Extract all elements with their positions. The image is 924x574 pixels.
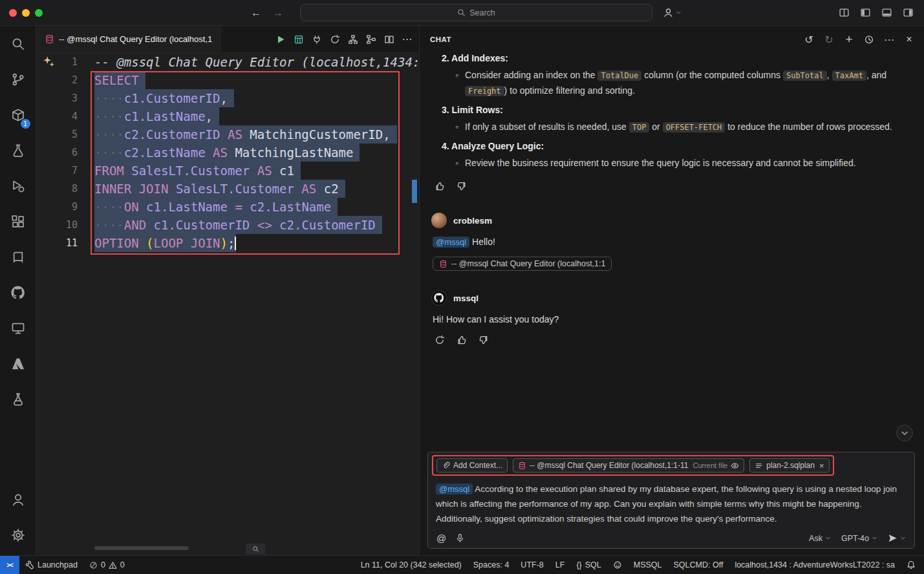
horizontal-scrollbar[interactable] <box>94 546 189 550</box>
code-line-3[interactable]: 3····c1.CustomerID, <box>36 89 419 107</box>
chat-input-right-controls: Ask GPT-4o <box>809 533 906 543</box>
zoom-window-button[interactable] <box>35 9 43 17</box>
mention-picker-icon[interactable]: @ <box>436 533 446 544</box>
scroll-to-bottom-button[interactable] <box>896 425 913 441</box>
code-line-1[interactable]: 1-- @mssql Chat Query Editor (localhost,… <box>36 53 419 71</box>
chat-list-heading: 4. Analyze Query Logic: <box>442 139 915 154</box>
toggle-primary-sidebar-icon[interactable] <box>860 7 871 18</box>
references-icon[interactable]: 1 <box>3 100 34 131</box>
close-panel-icon[interactable]: × <box>902 32 916 47</box>
testing-icon[interactable] <box>3 135 34 166</box>
database-projects-icon[interactable] <box>3 384 34 415</box>
eol-indicator[interactable]: LF <box>550 556 571 574</box>
cursor-position-indicator[interactable]: Ln 11, Col 20 (342 selected) <box>355 556 467 574</box>
new-chat-icon[interactable]: + <box>842 32 856 47</box>
results-button[interactable] <box>290 31 306 47</box>
notifications-bell-icon[interactable] <box>901 556 924 574</box>
sync-button[interactable] <box>327 31 343 47</box>
code-line-5[interactable]: 5····c2.CustomerID AS MatchingCustomerID… <box>36 125 419 144</box>
more-button[interactable]: ⋯ <box>399 31 415 47</box>
mention-chip[interactable]: @mssql <box>433 237 469 248</box>
editor-layout-icon[interactable] <box>839 7 850 18</box>
split-button[interactable] <box>381 31 397 47</box>
connection-status-item[interactable]: localhost,1434 : AdventureWorksLT2022 : … <box>729 556 901 574</box>
thumbs-down-icon[interactable] <box>477 333 491 347</box>
code-line-6[interactable]: 6····c2.LastName AS MatchingLastName <box>36 144 419 162</box>
thumbs-up-icon[interactable] <box>455 333 469 347</box>
remote-indicator[interactable]: >< <box>0 556 19 574</box>
minimize-window-button[interactable] <box>22 9 30 17</box>
user-message-header: croblesm <box>431 213 915 228</box>
zoom-indicator[interactable] <box>246 544 265 555</box>
eye-icon[interactable] <box>731 462 739 470</box>
language-mode-indicator[interactable]: {} SQL <box>570 556 607 574</box>
rerun-request-icon[interactable] <box>433 333 447 347</box>
navigate-back-button[interactable]: ← <box>251 7 261 19</box>
message-attachment-chip[interactable]: -- @mssql Chat Query Editor (localhost,1… <box>433 257 612 271</box>
chat-input-box[interactable]: Add Context... -- @mssql Chat Query Edit… <box>427 452 915 549</box>
toggle-secondary-sidebar-icon[interactable] <box>903 7 914 18</box>
search-icon[interactable] <box>3 28 34 59</box>
chat-history-icon[interactable] <box>862 32 876 47</box>
code-line-9[interactable]: 9····ON c1.LastName = c2.LastName <box>36 198 419 216</box>
close-window-button[interactable] <box>9 9 17 17</box>
mssql-avatar <box>431 290 447 306</box>
code-line-7[interactable]: 7FROM SalesLT.Customer AS c1 <box>36 162 419 180</box>
remote-explorer-icon[interactable] <box>3 313 34 344</box>
microphone-icon[interactable] <box>455 533 465 543</box>
account-icon[interactable] <box>3 484 34 515</box>
settings-icon[interactable] <box>3 520 34 551</box>
chat-message-input[interactable]: @mssql According to the execution plan s… <box>432 476 910 531</box>
mssql-status-item[interactable]: MSSQL <box>628 556 668 574</box>
code-editor[interactable]: 1-- @mssql Chat Query Editor (localhost,… <box>36 53 419 555</box>
source-control-icon[interactable] <box>3 64 34 95</box>
code-line-8[interactable]: 8INNER JOIN SalesLT.Customer AS c2 <box>36 180 419 198</box>
plan-button[interactable] <box>345 31 361 47</box>
sqlcmd-status-item[interactable]: SQLCMD: Off <box>668 556 729 574</box>
thumbs-down-icon[interactable] <box>455 179 469 193</box>
thumbs-up-icon[interactable] <box>433 179 447 193</box>
code-line-11[interactable]: 11OPTION (LOOP JOIN); <box>36 234 419 252</box>
undo-request-icon[interactable]: ↺ <box>802 32 816 47</box>
add-context-label: Add Context... <box>453 461 502 470</box>
current-file-context-chip[interactable]: -- @mssql Chat Query Editor (localhost,1… <box>513 458 744 473</box>
chevron-down-icon <box>900 429 909 438</box>
toggle-panel-icon[interactable] <box>881 7 892 18</box>
remove-attachment-icon[interactable]: × <box>819 461 824 471</box>
sqlplan-context-chip[interactable]: plan-2.sqlplan × <box>749 458 829 473</box>
line-number: 10 <box>36 216 94 234</box>
notebook-icon[interactable] <box>3 242 34 273</box>
error-icon <box>89 561 98 569</box>
indentation-indicator[interactable]: Spaces: 4 <box>467 556 515 574</box>
github-icon[interactable] <box>3 277 34 308</box>
redo-request-icon[interactable]: ↻ <box>822 32 836 47</box>
extensions-icon[interactable] <box>3 206 34 237</box>
tab-mssql-chat-query-editor[interactable]: -- @mssql Chat Query Editor (localhost,1 <box>36 26 221 52</box>
azure-icon[interactable] <box>3 348 34 379</box>
account-menu[interactable] <box>663 7 682 18</box>
plan2-button[interactable] <box>363 31 379 47</box>
launchpad-button[interactable]: Launchpad <box>19 556 83 574</box>
code-line-10[interactable]: 10····AND c1.CustomerID <> c2.CustomerID <box>36 216 419 234</box>
copilot-sparkle-icon[interactable] <box>43 56 55 68</box>
inline-code-chip: TOP <box>629 122 650 133</box>
navigate-forward-button[interactable]: → <box>273 7 283 19</box>
feedback-smiley-button[interactable] <box>607 556 628 574</box>
connect-button[interactable] <box>308 31 325 47</box>
more-actions-icon[interactable]: ⋯ <box>882 32 896 47</box>
mode-picker[interactable]: Ask <box>809 534 831 543</box>
run-button[interactable] <box>272 31 288 47</box>
magnifier-icon <box>252 546 259 553</box>
run-debug-icon[interactable] <box>3 171 34 202</box>
send-button[interactable] <box>888 533 906 543</box>
mention-chip[interactable]: @mssql <box>436 484 473 494</box>
warning-icon <box>109 561 117 569</box>
command-center-search[interactable]: Search <box>300 4 652 21</box>
problems-indicator[interactable]: 0 0 <box>83 556 131 574</box>
code-line-2[interactable]: 2SELECT <box>36 71 419 89</box>
encoding-indicator[interactable]: UTF-8 <box>515 556 549 574</box>
line-number: 9 <box>36 198 94 216</box>
add-context-button[interactable]: Add Context... <box>436 458 508 473</box>
code-line-4[interactable]: 4····c1.LastName, <box>36 107 419 125</box>
model-picker[interactable]: GPT-4o <box>841 534 877 543</box>
